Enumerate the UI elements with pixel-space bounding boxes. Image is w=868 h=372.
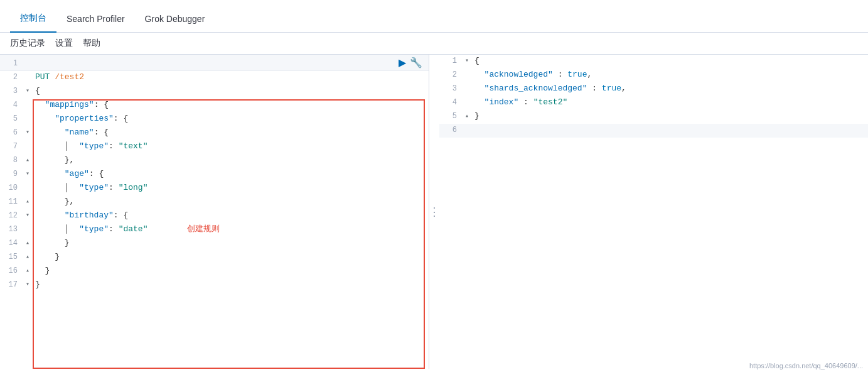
tab-console[interactable]: 控制台 <box>10 5 56 33</box>
history-button[interactable]: 历史记录 <box>10 38 45 49</box>
run-button[interactable]: ▶ <box>399 58 406 68</box>
output-line-2: 2 "acknowledged" : true, <box>439 68 868 82</box>
editor-line-7: 7 │ "type": "text" <box>0 140 429 154</box>
editor-line-1: 1 ▶ 🔧 <box>0 55 429 71</box>
editor-line-12: 12 ▾ "birthday": { <box>0 209 429 223</box>
output-line-5: 5 ▴ } <box>439 110 868 124</box>
output-line-6: 6 <box>439 124 868 138</box>
settings-button[interactable]: 设置 <box>55 38 73 49</box>
right-output-panel: 1 ▾ { 2 "acknowledged" : true, 3 "shards… <box>439 55 868 369</box>
editor-line-2: 2 PUT /test2 <box>0 71 429 85</box>
help-button[interactable]: 帮助 <box>83 38 100 49</box>
editor-line-17: 17 ▾ } <box>0 278 429 292</box>
tab-grok-debugger[interactable]: Grok Debugger <box>135 6 215 33</box>
top-nav: 控制台 Search Profiler Grok Debugger <box>0 0 868 33</box>
output-line-1: 1 ▾ { <box>439 55 868 68</box>
code-editor[interactable]: 2 PUT /test2 3 ▾ { 4 "mappings": { 5 "pr <box>0 71 429 369</box>
editor-line-10: 10 │ "type": "long" <box>0 182 429 195</box>
editor-line-11: 11 ▴ }, <box>0 195 429 209</box>
toolbar: 历史记录 设置 帮助 <box>0 33 868 55</box>
left-editor-panel: 1 ▶ 🔧 2 PUT /test2 3 ▾ { 4 <box>0 55 429 369</box>
wrench-icon[interactable]: 🔧 <box>410 58 422 68</box>
create-rule-label: 创建规则 <box>187 224 220 234</box>
output-line-4: 4 "index" : "test2" <box>439 96 868 110</box>
editor-line-8: 8 ▴ }, <box>0 154 429 168</box>
main-content: 1 ▶ 🔧 2 PUT /test2 3 ▾ { 4 <box>0 55 868 369</box>
editor-line-4: 4 "mappings": { <box>0 99 429 112</box>
editor-line-3: 3 ▾ { <box>0 85 429 99</box>
tab-search-profiler[interactable]: Search Profiler <box>56 6 135 33</box>
panel-separator: ⋮ <box>429 55 439 369</box>
url-bar: https://blog.csdn.net/qq_40649609/... <box>749 362 863 369</box>
editor-line-6: 6 ▾ "name": { <box>0 126 429 140</box>
output-area: 1 ▾ { 2 "acknowledged" : true, 3 "shards… <box>439 55 868 369</box>
editor-line-13: 13 │ "type": "date" 创建规则 <box>0 223 429 237</box>
editor-line-5: 5 "properties": { <box>0 112 429 126</box>
editor-line-15: 15 ▴ } <box>0 251 429 265</box>
editor-line-9: 9 ▾ "age": { <box>0 168 429 182</box>
output-line-3: 3 "shards_acknowledged" : true, <box>439 82 868 96</box>
editor-line-14: 14 ▴ } <box>0 237 429 251</box>
editor-line-16: 16 ▴ } <box>0 265 429 278</box>
